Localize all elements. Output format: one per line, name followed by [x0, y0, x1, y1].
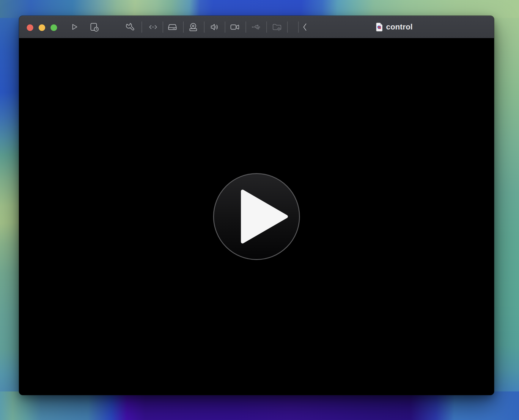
vm-screen: [19, 38, 494, 395]
camera-button[interactable]: [228, 16, 242, 38]
toolbar-separator: [266, 21, 267, 33]
play-icon: [70, 23, 79, 32]
minimize-button[interactable]: [39, 24, 45, 31]
wallpaper-bottom-band: [0, 391, 519, 420]
wrench-icon: [125, 22, 135, 32]
usb-icon: [251, 23, 262, 32]
video-camera-icon: [230, 23, 240, 32]
toolbar-separator: [246, 21, 246, 33]
wallpaper-right-band: [492, 0, 519, 420]
zoom-button[interactable]: [51, 24, 57, 31]
settings-button[interactable]: [123, 16, 137, 38]
internal-drive-icon: [167, 23, 177, 32]
shared-folder-button[interactable]: [270, 16, 284, 38]
window-title-area: control: [298, 16, 490, 38]
window-title: control: [386, 22, 413, 32]
close-button[interactable]: [27, 24, 33, 31]
play-triangle-icon: [241, 189, 288, 244]
angle-brackets-dots-icon: [148, 23, 158, 32]
toolbar-separator: [141, 21, 142, 33]
optical-drive-button[interactable]: [186, 16, 200, 38]
speaker-wave-icon: [210, 23, 219, 32]
play-button[interactable]: [213, 173, 300, 260]
toolbar-separator: [183, 21, 184, 33]
sound-button[interactable]: [207, 16, 222, 38]
display-clock-icon: [89, 22, 99, 32]
wallpaper-left-band: [0, 0, 21, 420]
toolbar-separator: [163, 21, 163, 33]
optical-disc-drive-icon: [188, 22, 198, 32]
serial-console-button[interactable]: [146, 16, 160, 38]
wallpaper-top-band: [0, 0, 519, 18]
titlebar-toolbar: control: [19, 16, 494, 38]
start-vm-button[interactable]: [67, 16, 81, 38]
toolbar-separator: [204, 21, 205, 33]
drive-button[interactable]: [165, 16, 180, 38]
toolbar-separator: [287, 21, 288, 33]
usb-button[interactable]: [249, 16, 263, 38]
toolbar-separator: [225, 21, 225, 33]
vm-window: control: [19, 16, 494, 395]
folder-gear-icon: [272, 23, 282, 32]
save-state-button[interactable]: [87, 16, 101, 38]
utm-vm-document-icon: [376, 23, 383, 32]
